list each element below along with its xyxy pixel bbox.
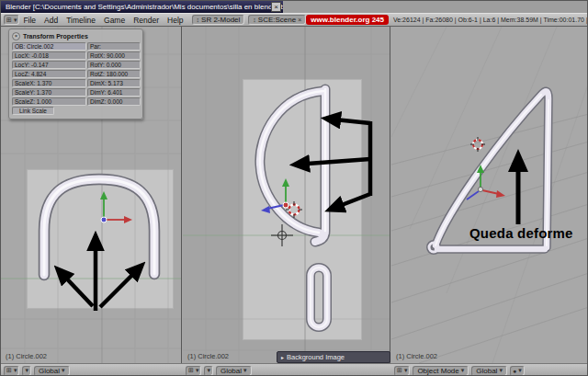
view-menu-button[interactable]: ▾ (22, 366, 31, 376)
locz-field[interactable]: LocZ: 4.824 (12, 70, 86, 78)
viewport-object-label: (1) Circle.002 (6, 352, 47, 360)
orientation-select[interactable]: Global ▾ (34, 366, 70, 376)
title-bar: Blender [C:\Documents and Settings\Admin… (1, 1, 588, 13)
grid-icon: ⊞ (6, 17, 12, 24)
grid-icon: ⊞ (188, 367, 194, 374)
rotx-field[interactable]: RotX: 90.000 (87, 51, 141, 60)
menu-help[interactable]: Help (167, 16, 183, 25)
transform-properties-panel: × Transform Properties OB: Circle.002 Pa… (8, 28, 143, 120)
window-type-button[interactable]: ⊞ ▾ (186, 366, 201, 376)
mode-select[interactable]: Object Mode ▾ (413, 366, 469, 376)
dimz-field[interactable]: DimZ: 0.000 (87, 97, 141, 106)
grid-icon: ⊞ (397, 367, 402, 374)
viewport-front[interactable]: × Transform Properties OB: Circle.002 Pa… (1, 27, 182, 363)
menu-timeline[interactable]: Timeline (66, 16, 96, 25)
viewport-object-label: (1) Circle.002 (187, 352, 229, 360)
transform-manipulator[interactable] (467, 165, 505, 199)
orientation-value: Global (39, 367, 60, 375)
ob-name-field[interactable]: OB: Circle.002 (12, 42, 86, 51)
panel-title: Transform Properties (23, 33, 88, 40)
screen-selector-value: SR 2-Model (201, 16, 240, 24)
orientation-value: Global (476, 367, 497, 375)
menu-bar: ⊞ ▾ File Add Timeline Game Render Help ↕… (1, 13, 588, 27)
updown-icon: ↕ (253, 17, 256, 23)
chevron-down-icon: ▾ (499, 367, 503, 374)
panel-header[interactable]: × Transform Properties (12, 31, 140, 40)
orientation-select[interactable]: Global ▾ (471, 366, 507, 376)
chevron-down-icon: ▾ (25, 367, 28, 374)
mode-value: Object Mode (417, 367, 458, 375)
annotation-text: Queda deforme (469, 225, 573, 241)
window-type-button[interactable]: ⊞ ▾ (4, 366, 19, 376)
menu-render[interactable]: Render (133, 16, 159, 25)
background-image-panel-title: Background Image (287, 353, 345, 361)
window-type-button[interactable]: ⊞ ▾ (394, 366, 410, 376)
background-image-plane (243, 79, 362, 340)
viewport-perspective[interactable]: Queda deforme (1) Circle.002 (391, 27, 588, 363)
viewport-header-left: ⊞ ▾ ▾ Global ▾ (1, 363, 183, 376)
3d-cursor (470, 137, 485, 152)
roty-field[interactable]: RotY: 0.000 (87, 61, 141, 69)
scaley-field[interactable]: ScaleY: 1.370 (12, 88, 86, 97)
chevron-down-icon: ▾ (14, 17, 17, 24)
chevron-down-icon: ▾ (196, 367, 199, 374)
draw-mode-button[interactable]: ● ▾ (510, 366, 525, 376)
chevron-down-icon: ▾ (461, 367, 465, 374)
window-type-button[interactable]: ⊞ ▾ (4, 15, 19, 25)
chevron-down-icon: ▾ (207, 367, 210, 374)
viewport-header-middle: ⊞ ▾ ▾ Global ▾ (183, 363, 391, 376)
chevron-down-icon: ▾ (62, 367, 65, 374)
window-title: Blender [C:\Documents and Settings\Admin… (1, 1, 283, 13)
background-image-panel[interactable]: ▸ Background Image (277, 351, 390, 363)
chevron-down-icon: ▾ (243, 367, 247, 374)
blender-window: Blender [C:\Documents and Settings\Admin… (0, 0, 588, 376)
viewport-object-label: (1) Circle.002 (396, 352, 437, 360)
scene-selector[interactable]: ↕ SCE:Scene × (248, 15, 306, 25)
close-icon: × (298, 17, 301, 23)
orientation-value: Global (220, 367, 242, 375)
view-menu-button[interactable]: ▾ (204, 366, 213, 376)
viewport-header-right: ⊞ ▾ Object Mode ▾ Global ▾ ● ▾ (391, 363, 588, 376)
link-scale-button[interactable]: Link Scale (12, 107, 54, 115)
rotz-field[interactable]: RotZ: 180.000 (87, 70, 141, 78)
dimx-field[interactable]: DimX: 5.173 (87, 79, 141, 87)
scalez-field[interactable]: ScaleZ: 1.000 (12, 97, 86, 106)
collapse-icon[interactable]: ▸ (281, 354, 284, 360)
parent-field[interactable]: Par: (87, 42, 141, 51)
menu-add[interactable]: Add (44, 16, 58, 25)
sphere-icon: ● (513, 368, 516, 374)
screen-selector[interactable]: ↕ SR 2-Model (192, 15, 245, 25)
chevron-down-icon: ▾ (404, 367, 408, 374)
version-badge: www.blender.org 245 (306, 15, 389, 25)
grid-icon: ⊞ (6, 367, 12, 374)
menu-file[interactable]: File (23, 16, 36, 25)
chevron-down-icon: ▾ (14, 367, 17, 374)
viewport-side[interactable]: (1) Circle.002 (183, 27, 390, 363)
menu-game[interactable]: Game (104, 16, 125, 25)
scalex-field[interactable]: ScaleX: 1.370 (12, 79, 86, 87)
locy-field[interactable]: LocY: -0.147 (12, 61, 86, 69)
background-image-plane (27, 169, 174, 309)
scene-selector-value: SCE:Scene (258, 16, 296, 24)
locx-field[interactable]: LocX: -0.018 (12, 51, 86, 60)
perspective-grid-lines-cross (391, 27, 588, 363)
updown-icon: ↕ (197, 17, 200, 23)
panel-close-icon[interactable]: × (12, 32, 20, 40)
stats-readout: Ve:26124 | Fa:26080 | Ob:6-1 | La:6 | Me… (393, 17, 588, 23)
dimy-field[interactable]: DimY: 6.401 (87, 88, 141, 97)
close-icon[interactable]: × (271, 2, 281, 12)
orientation-select[interactable]: Global ▾ (216, 366, 252, 376)
chevron-down-icon: ▾ (518, 367, 522, 374)
